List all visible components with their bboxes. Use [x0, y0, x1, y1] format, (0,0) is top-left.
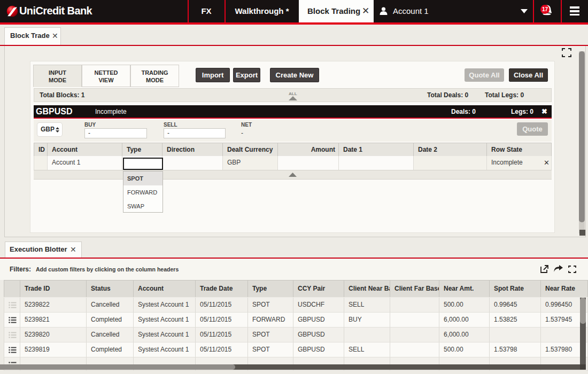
svg-text:17: 17	[542, 6, 548, 12]
